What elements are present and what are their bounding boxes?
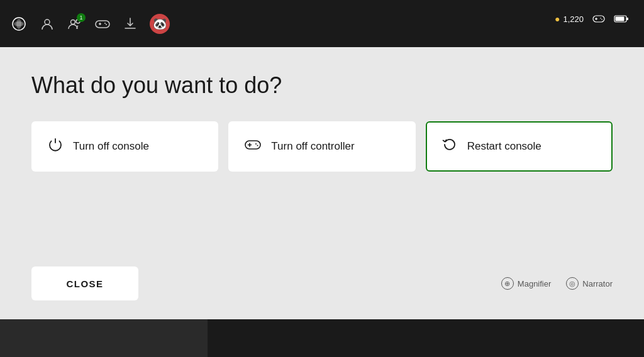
power-icon [48,137,63,156]
restart-icon [442,137,457,156]
battery-status [614,14,629,23]
turn-off-controller-label: Turn off controller [271,140,354,153]
svg-rect-17 [626,18,628,20]
narrator-item[interactable]: ◎ Narrator [566,277,613,290]
svg-rect-19 [245,141,260,149]
svg-point-9 [104,23,106,24]
status-bar: ● 1,220 [540,0,644,38]
narrator-icon: ◎ [566,277,579,290]
xbox-bar: 1 🐼 [0,0,208,47]
narrator-label: Narrator [582,279,613,288]
svg-point-22 [255,143,257,145]
svg-point-15 [601,19,602,20]
download-icon[interactable] [122,16,138,32]
svg-rect-11 [593,16,604,22]
gold-icon: ● [555,14,560,24]
bottom-right-icons: ⊕ Magnifier ◎ Narrator [501,277,613,290]
svg-point-4 [71,19,75,24]
profile-icon[interactable] [39,16,55,32]
close-button-label: CLOSE [66,278,103,289]
notification-badge: 1 [77,13,86,22]
magnifier-item[interactable]: ⊕ Magnifier [501,277,551,290]
xbox-nav-icons: 1 🐼 [10,14,170,34]
svg-point-14 [600,18,601,19]
svg-rect-18 [616,17,625,21]
close-button[interactable]: CLOSE [31,266,138,300]
dialog-title: What do you want to do? [31,72,613,99]
magnifier-label: Magnifier [518,279,551,288]
svg-point-23 [257,145,258,146]
bottom-row: CLOSE ⊕ Magnifier ◎ Narrator [31,266,613,300]
turn-off-console-label: Turn off console [73,140,149,153]
xbox-logo-icon[interactable] [10,15,28,33]
gold-amount: 1,220 [563,14,584,24]
svg-rect-6 [96,21,109,28]
gold-status: ● 1,220 [555,14,584,24]
friends-icon[interactable]: 1 [67,16,83,32]
controller-status-icon [592,14,605,24]
svg-point-2 [14,21,24,26]
restart-console-button[interactable]: Restart console [426,121,613,172]
options-row: Turn off console Turn off controller [31,121,613,172]
turn-off-controller-button[interactable]: Turn off controller [228,121,415,172]
svg-point-3 [45,19,50,25]
gamepad-icon[interactable] [94,16,111,32]
controller-icon [245,137,261,156]
turn-off-console-button[interactable]: Turn off console [31,121,218,172]
magnifier-icon: ⊕ [501,277,514,290]
svg-point-10 [106,24,107,25]
avatar-icon[interactable]: 🐼 [150,14,170,34]
restart-console-label: Restart console [467,140,541,153]
dialog-overlay: What do you want to do? Turn off console [0,47,644,319]
